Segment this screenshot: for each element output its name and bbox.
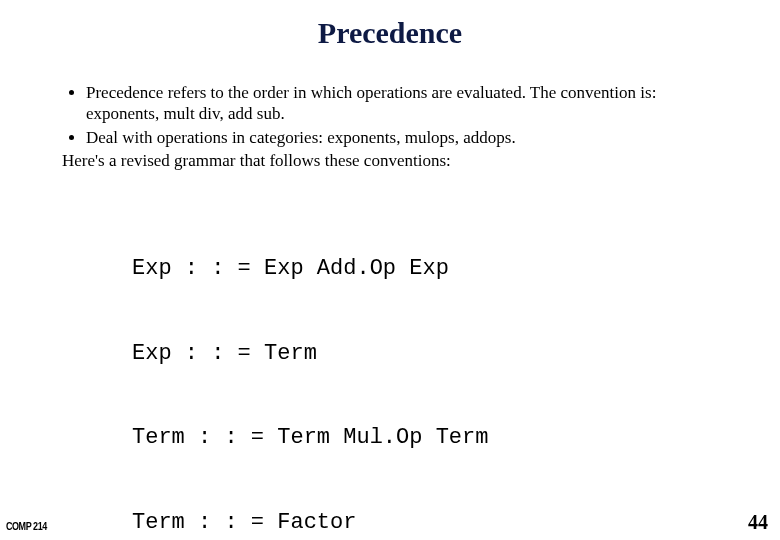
body-content: Precedence refers to the order in which … — [0, 50, 780, 540]
post-bullets-text: Here's a revised grammar that follows th… — [62, 150, 718, 171]
grammar-line: Term : : = Factor — [132, 509, 718, 537]
grammar-block: Exp : : = Exp Add.Op Exp Exp : : = Term … — [132, 199, 718, 540]
page-title: Precedence — [0, 0, 780, 50]
page-number: 44 — [748, 511, 768, 534]
footer-course-code: COMP 214 — [6, 521, 47, 532]
grammar-line: Term : : = Term Mul.Op Term — [132, 424, 718, 452]
slide: Precedence Precedence refers to the orde… — [0, 0, 780, 540]
grammar-line: Exp : : = Term — [132, 340, 718, 368]
bullet-list: Precedence refers to the order in which … — [62, 82, 718, 148]
bullet-item: Precedence refers to the order in which … — [86, 82, 718, 125]
grammar-line: Exp : : = Exp Add.Op Exp — [132, 255, 718, 283]
bullet-item: Deal with operations in categories: expo… — [86, 127, 718, 148]
